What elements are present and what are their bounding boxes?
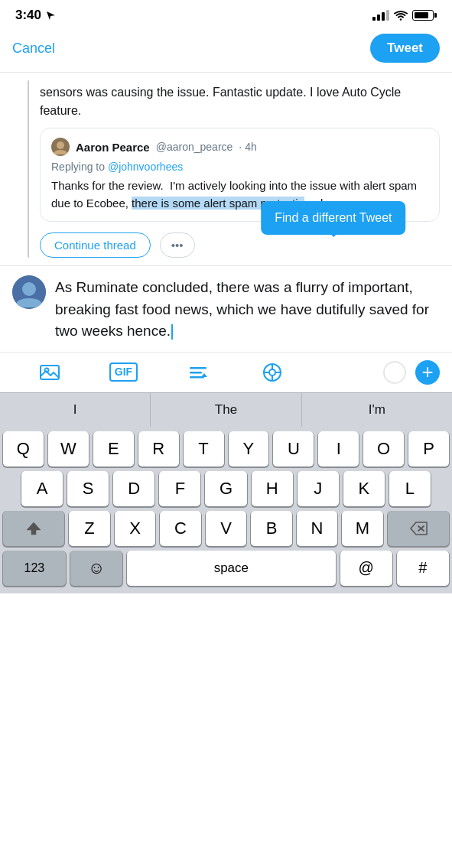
autocorrect-bar: I The I'm [0, 392, 452, 427]
compose-content: As Ruminate concluded, there was a flurr… [55, 279, 429, 339]
compose-text-area[interactable]: As Ruminate concluded, there was a flurr… [55, 275, 440, 343]
key-x[interactable]: X [115, 511, 156, 546]
key-z[interactable]: Z [69, 511, 110, 546]
emoji-key[interactable]: ☺ [70, 551, 122, 586]
key-w[interactable]: W [48, 431, 89, 467]
status-time: 3:40 [15, 8, 41, 23]
key-h[interactable]: H [252, 471, 293, 506]
key-r[interactable]: R [138, 431, 179, 467]
keyboard-row-2: A S D F G H J K L [0, 467, 452, 506]
tweet-options-button[interactable]: ••• [160, 232, 195, 258]
status-icons [372, 10, 437, 21]
thread-area: sensors was causing the issue. Fantastic… [0, 72, 452, 265]
autocorrect-item-3[interactable]: I'm [302, 393, 452, 427]
compose-toolbar: GIF + [0, 352, 452, 392]
key-c[interactable]: C [160, 511, 201, 546]
svg-rect-4 [41, 366, 59, 379]
signal-icon [372, 10, 389, 21]
keyboard-row-3: Z X C V B N M [0, 506, 452, 546]
svg-marker-0 [47, 11, 55, 20]
find-different-tweet-tooltip[interactable]: Find a different Tweet [261, 201, 405, 235]
previous-tweet-text: sensors was causing the issue. Fantastic… [40, 80, 440, 120]
tweet-button[interactable]: Tweet [370, 34, 440, 63]
quoted-name: Aaron Pearce [76, 141, 150, 154]
autocorrect-item-1[interactable]: I [0, 393, 151, 427]
svg-point-10 [269, 369, 275, 375]
key-b[interactable]: B [251, 511, 292, 546]
status-bar: 3:40 [0, 0, 452, 28]
tweet-compose-header: Cancel Tweet [0, 28, 452, 72]
quoted-avatar [51, 138, 70, 156]
quoted-handle: @aaron_pearce [156, 141, 233, 153]
key-s[interactable]: S [67, 471, 109, 506]
space-key[interactable]: space [127, 551, 336, 586]
key-y[interactable]: Y [229, 431, 269, 467]
battery-icon [412, 10, 437, 21]
quoted-tweet: Aaron Pearce @aaron_pearce · 4h Replying… [40, 128, 440, 222]
key-f[interactable]: F [159, 471, 200, 506]
svg-point-1 [57, 141, 64, 149]
photo-button[interactable] [12, 362, 86, 382]
keyboard-row-4: 123 ☺ space @ # [0, 546, 452, 593]
thread-line [28, 80, 29, 258]
key-g[interactable]: G [205, 471, 246, 506]
key-d[interactable]: D [113, 471, 154, 506]
location-button[interactable] [235, 362, 309, 382]
user-avatar [12, 275, 46, 309]
text-cursor [171, 324, 173, 340]
cancel-button[interactable]: Cancel [12, 41, 55, 57]
compose-area: As Ruminate concluded, there was a flurr… [0, 265, 452, 352]
gif-button[interactable]: GIF [86, 362, 161, 382]
key-j[interactable]: J [298, 471, 339, 506]
at-key[interactable]: @ [340, 551, 392, 586]
character-count-indicator [383, 361, 406, 384]
key-v[interactable]: V [206, 511, 247, 546]
key-q[interactable]: Q [3, 431, 44, 467]
thread-actions: Continue thread ••• [40, 232, 440, 258]
quoted-replying-to: Replying to @johnvoorhees [51, 161, 428, 173]
hash-key[interactable]: # [397, 551, 449, 586]
autocorrect-item-2[interactable]: The [151, 393, 301, 427]
svg-rect-7 [190, 372, 202, 374]
key-k[interactable]: K [343, 471, 385, 506]
svg-point-3 [22, 282, 36, 296]
add-tweet-button[interactable]: + [415, 360, 440, 385]
key-i[interactable]: I [318, 431, 359, 467]
format-button[interactable] [161, 362, 235, 382]
numbers-key[interactable]: 123 [3, 551, 66, 586]
shift-key[interactable] [3, 511, 64, 546]
quoted-body: Thanks for the review. I'm actively look… [51, 177, 428, 212]
keyboard: Q W E R T Y U I O P A S D F G H J K L Z … [0, 427, 452, 593]
key-o[interactable]: O [363, 431, 404, 467]
quoted-time: · 4h [239, 141, 256, 153]
key-e[interactable]: E [93, 431, 134, 467]
key-u[interactable]: U [273, 431, 314, 467]
key-m[interactable]: M [342, 511, 383, 546]
key-t[interactable]: T [184, 431, 224, 467]
key-p[interactable]: P [408, 431, 449, 467]
key-n[interactable]: N [297, 511, 338, 546]
keyboard-row-1: Q W E R T Y U I O P [0, 427, 452, 467]
wifi-icon [394, 10, 408, 21]
key-a[interactable]: A [21, 471, 63, 506]
continue-thread-button[interactable]: Continue thread [40, 232, 151, 258]
location-arrow-icon [46, 11, 56, 21]
quoted-tweet-header: Aaron Pearce @aaron_pearce · 4h [51, 138, 428, 156]
svg-rect-6 [190, 367, 206, 369]
backspace-key[interactable] [388, 511, 449, 546]
key-l[interactable]: L [389, 471, 431, 506]
